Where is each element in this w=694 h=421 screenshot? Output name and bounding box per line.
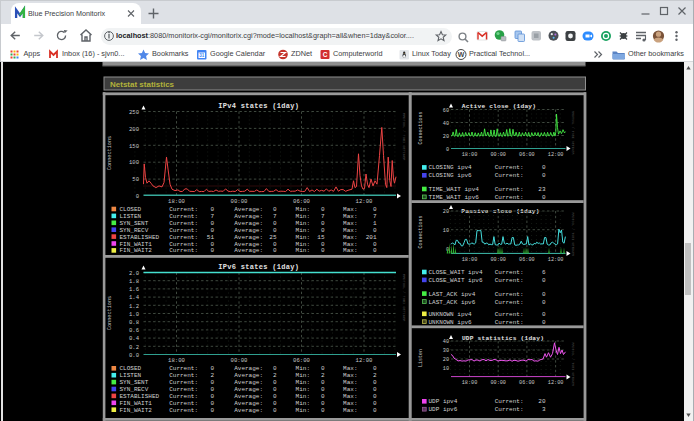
svg-text:0: 0	[273, 247, 277, 254]
svg-text:TIME_WAIT ipv4: TIME_WAIT ipv4	[429, 186, 480, 193]
svg-text:06:00: 06:00	[293, 357, 310, 364]
svg-text:20: 20	[538, 398, 546, 405]
svg-text:18:00: 18:00	[462, 257, 478, 263]
svg-text:06:00: 06:00	[293, 198, 310, 205]
svg-text:30: 30	[443, 348, 449, 354]
svg-text:0: 0	[373, 407, 377, 414]
svg-text:0: 0	[542, 319, 546, 326]
svg-text:0: 0	[542, 164, 546, 171]
svg-text:Min:: Min:	[296, 247, 310, 254]
svg-text:IPv4 states (1day): IPv4 states (1day)	[218, 102, 299, 110]
svg-text:1.6: 1.6	[129, 286, 139, 293]
svg-text:12:00: 12:00	[548, 380, 564, 386]
svg-text:CLOSING ipv6: CLOSING ipv6	[429, 172, 473, 179]
svg-text:3: 3	[542, 406, 546, 413]
svg-text:Current:: Current:	[495, 277, 524, 284]
svg-text:1.2: 1.2	[129, 303, 139, 310]
svg-text:10: 10	[443, 228, 449, 234]
svg-text:12:00: 12:00	[548, 152, 564, 158]
svg-text:Connections: Connections	[418, 111, 424, 144]
svg-text:CLOSE_WAIT ipv4: CLOSE_WAIT ipv4	[429, 269, 483, 276]
svg-text:00:00: 00:00	[490, 380, 506, 386]
svg-text:0: 0	[542, 299, 546, 306]
svg-text:0: 0	[321, 407, 325, 414]
svg-text:Average:: Average:	[234, 247, 263, 254]
svg-text:UNKNOWN ipv6: UNKNOWN ipv6	[429, 319, 473, 326]
svg-text:40: 40	[443, 121, 449, 127]
svg-text:UDP statistics (1day): UDP statistics (1day)	[462, 335, 544, 342]
svg-text:UNKNOWN ipv4: UNKNOWN ipv4	[429, 311, 473, 318]
svg-text:Listen: Listen	[418, 349, 424, 367]
svg-text:RRDTOOL / TOBI OETIKER: RRDTOOL / TOBI OETIKER	[402, 274, 406, 322]
svg-text:RRDTOOL / TOBI OETIKER: RRDTOOL / TOBI OETIKER	[402, 113, 406, 161]
svg-text:0: 0	[273, 407, 277, 414]
svg-text:RRDTOOL / TOBI OETIKER: RRDTOOL / TOBI OETIKER	[571, 213, 575, 257]
svg-text:06:00: 06:00	[519, 380, 535, 386]
svg-text:FIN_WAIT2: FIN_WAIT2	[120, 407, 153, 414]
svg-text:20: 20	[443, 357, 449, 363]
svg-text:18:00: 18:00	[462, 152, 478, 158]
svg-text:100: 100	[129, 159, 140, 166]
svg-text:1.0: 1.0	[129, 311, 140, 318]
svg-text:0: 0	[210, 407, 214, 414]
svg-text:0.4: 0.4	[129, 335, 140, 342]
svg-text:250: 250	[129, 109, 140, 116]
svg-text:Connections: Connections	[107, 296, 113, 330]
svg-text:0.6: 0.6	[129, 327, 139, 334]
svg-text:12:00: 12:00	[356, 198, 373, 205]
svg-text:0.8: 0.8	[129, 319, 139, 326]
svg-text:TIME_WAIT ipv6: TIME_WAIT ipv6	[429, 194, 480, 201]
svg-text:150: 150	[129, 143, 140, 150]
svg-text:Current:: Current:	[495, 172, 524, 179]
svg-text:Current:: Current:	[495, 319, 524, 326]
svg-text:Connections: Connections	[418, 215, 424, 248]
svg-text:Current:: Current:	[495, 186, 524, 193]
svg-text:1.4: 1.4	[129, 294, 140, 301]
svg-text:23: 23	[538, 186, 546, 193]
svg-text:0.2: 0.2	[129, 344, 139, 351]
svg-text:LAST_ACK ipv6: LAST_ACK ipv6	[429, 299, 476, 306]
svg-text:Connections: Connections	[107, 136, 113, 170]
svg-text:0: 0	[446, 147, 449, 153]
svg-text:6: 6	[542, 269, 546, 276]
svg-text:0.0: 0.0	[129, 352, 140, 359]
svg-text:Current:: Current:	[495, 164, 524, 171]
svg-text:20: 20	[443, 209, 449, 215]
svg-text:0: 0	[542, 172, 546, 179]
svg-text:Current:: Current:	[495, 194, 524, 201]
svg-text:Netstat statistics: Netstat statistics	[110, 80, 175, 89]
svg-text:Max:: Max:	[343, 247, 357, 254]
svg-text:0: 0	[542, 277, 546, 284]
svg-text:20: 20	[443, 134, 449, 140]
svg-text:00:00: 00:00	[231, 198, 248, 205]
svg-text:00:00: 00:00	[490, 257, 506, 263]
svg-text:Current:: Current:	[495, 311, 524, 318]
svg-text:00:00: 00:00	[490, 152, 506, 158]
svg-text:0: 0	[321, 247, 325, 254]
svg-text:Max:: Max:	[343, 407, 357, 414]
svg-text:Min:: Min:	[296, 407, 310, 414]
svg-text:FIN_WAIT2: FIN_WAIT2	[120, 247, 153, 254]
svg-text:Current:: Current:	[495, 406, 524, 413]
svg-text:40: 40	[443, 339, 449, 345]
svg-text:Current:: Current:	[495, 291, 524, 298]
svg-text:Current:: Current:	[169, 247, 198, 254]
svg-text:Current:: Current:	[169, 407, 198, 414]
svg-text:CLOSING ipv4: CLOSING ipv4	[429, 164, 473, 171]
svg-text:06:00: 06:00	[519, 152, 535, 158]
svg-text:LAST_ACK ipv4: LAST_ACK ipv4	[429, 291, 476, 298]
svg-text:0: 0	[373, 247, 377, 254]
svg-text:UDP ipv4: UDP ipv4	[429, 398, 458, 405]
svg-text:2.0: 2.0	[129, 270, 140, 277]
svg-text:UDP ipv6: UDP ipv6	[429, 406, 458, 413]
svg-text:RRDTOOL / TOBI OETIKER: RRDTOOL / TOBI OETIKER	[571, 111, 575, 155]
svg-text:18:00: 18:00	[168, 357, 185, 364]
svg-text:10: 10	[443, 366, 449, 372]
svg-text:12:00: 12:00	[548, 257, 564, 263]
svg-text:1.8: 1.8	[129, 278, 139, 285]
svg-text:18:00: 18:00	[168, 198, 185, 205]
svg-text:50: 50	[132, 176, 139, 183]
svg-text:0: 0	[210, 247, 214, 254]
svg-text:Passive close (1day): Passive close (1day)	[461, 208, 539, 215]
svg-text:00:00: 00:00	[231, 357, 248, 364]
